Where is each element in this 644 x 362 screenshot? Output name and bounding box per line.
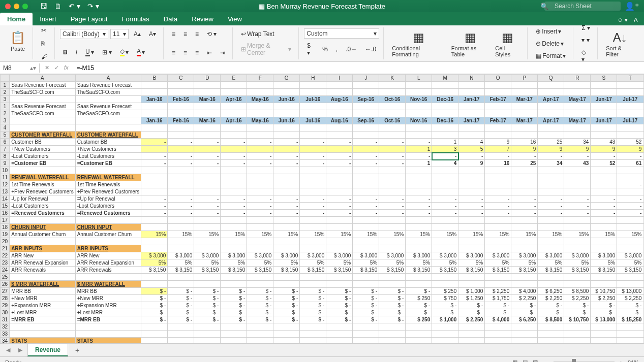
- cell[interactable]: $ 3,150: [194, 267, 221, 274]
- cell[interactable]: $ 3,000: [485, 252, 511, 259]
- cell[interactable]: 15%: [406, 231, 432, 238]
- cell[interactable]: [564, 181, 591, 188]
- cell[interactable]: [168, 238, 194, 245]
- cell[interactable]: [485, 103, 511, 110]
- cell[interactable]: $ -: [273, 309, 300, 316]
- cell[interactable]: 34: [564, 139, 591, 146]
- cell[interactable]: $ -: [485, 309, 511, 316]
- cell[interactable]: -: [353, 203, 379, 210]
- cell[interactable]: $ -: [406, 309, 432, 316]
- cell[interactable]: -: [247, 210, 273, 217]
- name-box[interactable]: M8▴▾: [0, 63, 40, 73]
- cell[interactable]: 15%: [458, 231, 485, 238]
- cell[interactable]: -: [300, 160, 326, 167]
- cell[interactable]: [353, 110, 379, 117]
- cell[interactable]: $ 3,000: [406, 252, 432, 259]
- col-header[interactable]: I: [326, 75, 353, 82]
- fill-icon[interactable]: ▾ ▾: [578, 35, 593, 46]
- cell[interactable]: $ 3,000: [141, 252, 168, 259]
- cell[interactable]: [379, 146, 406, 153]
- cell[interactable]: $ 3,150: [273, 267, 300, 274]
- cell[interactable]: -: [194, 153, 221, 160]
- cell[interactable]: [141, 146, 168, 153]
- cell[interactable]: [168, 82, 194, 89]
- cell[interactable]: [168, 188, 194, 195]
- cell[interactable]: [511, 274, 538, 281]
- cell[interactable]: $ -: [168, 309, 194, 316]
- cell[interactable]: -: [194, 139, 221, 146]
- cell[interactable]: [458, 323, 485, 331]
- decrease-decimal-icon[interactable]: ←.0: [362, 44, 379, 55]
- cell[interactable]: 15%: [511, 231, 538, 238]
- cell[interactable]: [326, 323, 353, 331]
- row-header[interactable]: 21: [1, 245, 10, 252]
- cell[interactable]: 43: [591, 139, 617, 146]
- cell[interactable]: $ 3,000: [353, 252, 379, 259]
- row-header[interactable]: 5: [1, 131, 10, 139]
- cell[interactable]: $ 3,150: [168, 267, 194, 274]
- cell[interactable]: [591, 167, 617, 174]
- cell[interactable]: [194, 167, 221, 174]
- cell[interactable]: [221, 331, 247, 338]
- cell[interactable]: [591, 89, 617, 96]
- cell[interactable]: [273, 146, 300, 153]
- cell[interactable]: [353, 103, 379, 110]
- cell[interactable]: $ -: [432, 309, 458, 316]
- cell[interactable]: [168, 323, 194, 331]
- cell[interactable]: [511, 217, 538, 224]
- cell[interactable]: $ -: [511, 302, 538, 309]
- cell[interactable]: 15%: [353, 231, 379, 238]
- cell[interactable]: 15%: [326, 231, 353, 238]
- cell[interactable]: $ 3,150: [406, 267, 432, 274]
- cell[interactable]: [247, 274, 273, 281]
- cell[interactable]: -: [432, 153, 458, 160]
- cell[interactable]: $ -: [591, 309, 617, 316]
- cell[interactable]: [194, 181, 221, 188]
- col-header[interactable]: B: [141, 75, 168, 82]
- cell[interactable]: -: [617, 153, 643, 160]
- cell[interactable]: $ -: [326, 309, 353, 316]
- cell[interactable]: -: [458, 195, 485, 203]
- zoom-out-icon[interactable]: —: [543, 359, 548, 363]
- cell[interactable]: $ -: [247, 295, 273, 302]
- row-header[interactable]: 7: [1, 146, 10, 153]
- cell[interactable]: -: [273, 203, 300, 210]
- cell[interactable]: [406, 124, 432, 131]
- row-header[interactable]: 22: [1, 252, 10, 259]
- cell[interactable]: $ -: [379, 295, 406, 302]
- row-header[interactable]: 32: [1, 323, 10, 331]
- cell[interactable]: [141, 238, 168, 245]
- cell[interactable]: 15%: [617, 231, 643, 238]
- cell[interactable]: $ 3,000: [538, 252, 564, 259]
- cell[interactable]: [379, 188, 406, 195]
- cell[interactable]: -: [353, 160, 379, 167]
- cell[interactable]: [300, 110, 326, 117]
- cell[interactable]: -: [538, 153, 564, 160]
- cell[interactable]: [564, 238, 591, 245]
- cell[interactable]: -: [194, 210, 221, 217]
- row-header[interactable]: 8: [1, 153, 10, 160]
- col-header[interactable]: C: [168, 75, 194, 82]
- cell[interactable]: [538, 181, 564, 188]
- tab-data[interactable]: Data: [157, 13, 185, 25]
- cell[interactable]: -: [221, 160, 247, 167]
- cell[interactable]: -: [194, 195, 221, 203]
- cell[interactable]: [141, 188, 168, 195]
- cell[interactable]: -: [406, 210, 432, 217]
- zoom-level[interactable]: 81%: [628, 359, 639, 363]
- cell[interactable]: -: [168, 139, 194, 146]
- col-header[interactable]: A: [75, 75, 141, 82]
- cell[interactable]: $ -: [221, 302, 247, 309]
- cell[interactable]: -: [247, 195, 273, 203]
- cell[interactable]: -: [141, 139, 168, 146]
- cell[interactable]: [141, 181, 168, 188]
- minimize-icon[interactable]: [14, 4, 19, 9]
- cell[interactable]: [353, 217, 379, 224]
- cell[interactable]: $ -: [326, 288, 353, 295]
- cell[interactable]: $ -: [458, 302, 485, 309]
- cell[interactable]: [458, 217, 485, 224]
- cell[interactable]: -: [273, 195, 300, 203]
- cell[interactable]: [432, 82, 458, 89]
- cell[interactable]: $ 3,150: [247, 267, 273, 274]
- cell[interactable]: $ -: [194, 302, 221, 309]
